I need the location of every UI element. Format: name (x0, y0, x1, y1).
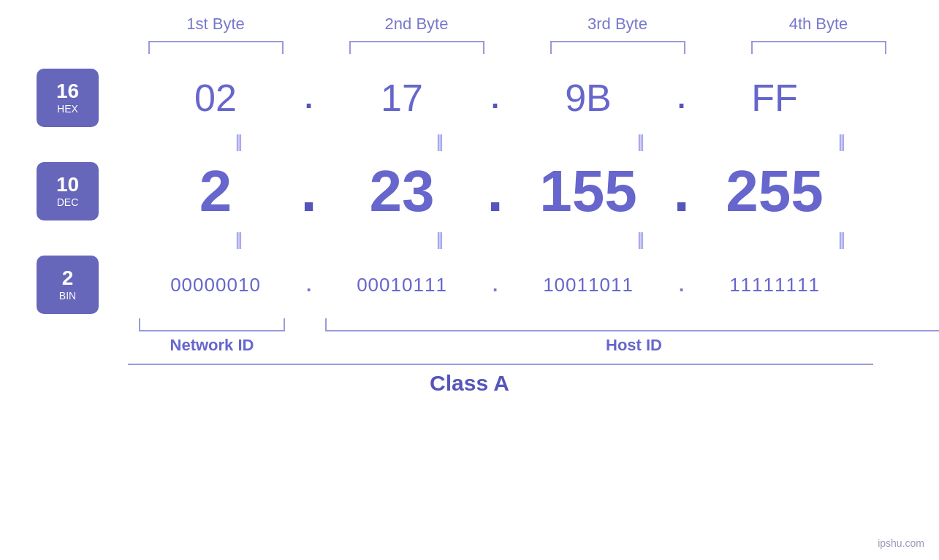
hex-val-3: 9B (515, 76, 661, 120)
main-container: 1st Byte 2nd Byte 3rd Byte 4th Byte 16 H… (0, 0, 939, 560)
hex-dot-2: . (475, 82, 515, 115)
hex-base-label: HEX (57, 103, 78, 115)
dec-dot-1: . (289, 158, 329, 225)
dec-val-1: 2 (142, 158, 289, 225)
eq2-4: ‖ (769, 231, 916, 250)
dec-base-num: 10 (56, 174, 79, 195)
byte4-header: 4th Byte (745, 15, 892, 34)
bracket-gap-1 (285, 318, 325, 331)
byte-headers: 1st Byte 2nd Byte 3rd Byte 4th Byte (115, 15, 919, 34)
bottom-bracket-area (139, 318, 939, 331)
bracket-byte3 (550, 41, 685, 54)
eq1-4: ‖ (769, 133, 916, 152)
dec-val-2: 23 (329, 158, 475, 225)
bin-values: 00000010 . 00010111 . 10011011 . 1111111… (142, 274, 939, 296)
bin-base-label: BIN (59, 290, 76, 302)
eq2-3: ‖ (569, 231, 715, 250)
network-id-label: Network ID (139, 336, 285, 355)
network-id-bracket (139, 318, 285, 331)
equals-row-2: ‖ ‖ ‖ ‖ (139, 225, 939, 256)
eq2-2: ‖ (368, 231, 514, 250)
dec-val-4: 255 (702, 158, 848, 225)
dec-row: 10 DEC 2 . 23 . 155 . 255 (0, 158, 939, 225)
eq2-1: ‖ (167, 231, 313, 250)
hex-val-1: 02 (142, 76, 289, 120)
bin-row: 2 BIN 00000010 . 00010111 . 10011011 . (0, 256, 939, 314)
top-bracket-row (115, 41, 919, 54)
hex-val-4: FF (702, 76, 848, 120)
hex-badge: 16 HEX (37, 69, 99, 127)
dec-base-label: DEC (57, 196, 79, 208)
bin-badge: 2 BIN (37, 256, 99, 314)
bin-val-3: 10011011 (515, 274, 661, 296)
hex-values: 02 . 17 . 9B . FF (142, 76, 939, 120)
bracket-byte2 (349, 41, 484, 54)
eq1-3: ‖ (569, 133, 715, 152)
bin-base-num: 2 (62, 268, 74, 288)
equals-row-1: ‖ ‖ ‖ ‖ (139, 127, 939, 158)
eq1-2: ‖ (368, 133, 514, 152)
bin-val-1: 00000010 (142, 274, 289, 296)
dec-dot-2: . (475, 158, 515, 225)
bracket-byte4 (751, 41, 886, 54)
class-label: Class A (0, 371, 939, 396)
class-bracket-line (128, 364, 873, 365)
bracket-byte1 (148, 41, 284, 54)
bin-val-2: 00010111 (329, 274, 475, 296)
dec-badge: 10 DEC (37, 162, 99, 220)
hex-dot-3: . (661, 82, 702, 115)
dec-values: 2 . 23 . 155 . 255 (142, 158, 939, 225)
byte1-header: 1st Byte (142, 15, 289, 34)
id-labels-row: Network ID Host ID (139, 336, 939, 355)
bin-val-4: 11111111 (702, 274, 848, 296)
dec-dot-3: . (661, 158, 702, 225)
ipshu-credit: ipshu.com (878, 537, 924, 549)
host-id-label: Host ID (325, 336, 939, 355)
byte2-header: 2nd Byte (343, 15, 490, 34)
bin-dot-3: . (661, 274, 702, 296)
hex-dot-1: . (289, 82, 329, 115)
eq1-1: ‖ (167, 133, 313, 152)
dec-val-3: 155 (515, 158, 661, 225)
host-id-bracket (325, 318, 939, 331)
byte3-header: 3rd Byte (544, 15, 691, 34)
bin-dot-1: . (289, 274, 329, 296)
bin-dot-2: . (475, 274, 515, 296)
hex-val-2: 17 (329, 76, 475, 120)
hex-base-num: 16 (56, 81, 79, 101)
hex-row: 16 HEX 02 . 17 . 9B . FF (0, 69, 939, 127)
